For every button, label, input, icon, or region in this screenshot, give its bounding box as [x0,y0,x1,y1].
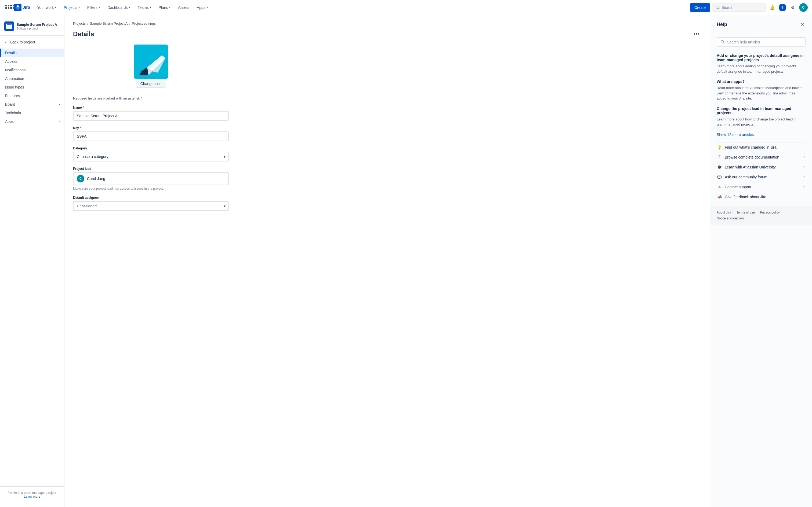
change-icon-button[interactable]: Change icon [136,80,166,88]
nav-apps[interactable]: Apps ▾ [194,4,210,11]
assignee-field-group: Default assignee Unassigned ▾ [73,196,229,211]
terms-link[interactable]: Terms of use [736,211,755,214]
notifications-icon[interactable]: 🔔 [768,3,776,12]
sidebar-item-features[interactable]: Features [0,92,64,100]
help-link-0[interactable]: 💡 Find out what's changed in Jira [717,142,806,152]
nav-plans[interactable]: Plans ▾ [156,4,173,11]
sidebar-project-name: Sample Scrum Project A [17,22,57,27]
breadcrumb-projects[interactable]: Projects [73,21,86,25]
category-field-group: Category Choose a category ▾ [73,147,229,162]
external-link-icon: ↗ [803,155,806,159]
help-link-label-2: Learn with Atlassian University [725,165,801,169]
nav-dashboards[interactable]: Dashboards ▾ [105,4,133,11]
help-links: 💡 Find out what's changed in Jira 📋 Brow… [717,142,806,202]
sidebar-item-apps[interactable]: Apps › [0,117,64,126]
sidebar-item-details[interactable]: Details [0,49,64,57]
lead-name: Carol Jang [87,176,105,181]
notice-link[interactable]: Notice at collection [717,217,744,220]
nav-your-work[interactable]: Your work ▾ [34,4,59,11]
show-more-articles[interactable]: Show 12 more articles [717,132,806,137]
bulb-icon: 💡 [717,145,722,150]
details-form: Change icon Required fields are marked w… [73,45,229,211]
sidebar-item-notifications[interactable]: Notifications [0,66,64,74]
main-content: Projects / Sample Scrum Project A / Proj… [64,15,710,507]
key-input[interactable] [73,131,229,141]
learn-more-link[interactable]: Learn more [24,495,40,498]
jira-logo[interactable]: Jira [14,4,30,11]
top-navigation: Jira Your work ▾ Projects ▾ Filters ▾ Da… [0,0,812,15]
category-select[interactable]: Choose a category [73,152,229,162]
help-article-title-1[interactable]: What are apps? [717,79,806,84]
sidebar-project-header: Sample Scrum Project A Software project [0,19,64,36]
nav-projects[interactable]: Projects ▾ [61,4,83,11]
help-link-label-4: Contact support [725,185,801,189]
help-header: Help ✕ [710,15,812,33]
key-field-group: Key * [73,126,229,141]
global-search[interactable]: Search [712,3,766,11]
help-article-title-0[interactable]: Add or change your project's default ass… [717,53,806,62]
user-avatar[interactable]: C [799,3,808,12]
svg-rect-5 [7,26,10,26]
chevron-right-icon: › [58,102,60,107]
sidebar-item-toolchain[interactable]: Toolchain [0,109,64,117]
external-link-icon: ↗ [803,185,806,188]
back-icon: ← [4,40,8,44]
lead-label: Project lead [73,167,229,171]
sidebar-project-type: Software project [17,27,57,30]
search-icon [720,40,725,44]
settings-icon[interactable]: ⚙ [789,3,797,12]
university-icon: 🎓 [717,165,722,169]
chevron-right-icon: › [58,119,60,124]
sidebar-item-automation[interactable]: Automation [0,74,64,83]
help-link-4[interactable]: ⚠ Contact support ↗ [717,182,806,192]
sidebar: Sample Scrum Project A Software project … [0,15,64,507]
create-button[interactable]: Create [690,3,710,12]
help-icon[interactable]: ? [779,4,786,11]
svg-point-8 [721,41,724,43]
more-options-button[interactable]: ••• [692,30,701,38]
help-link-3[interactable]: 💬 Ask our community forum ↗ [717,172,806,182]
external-link-icon: ↗ [803,165,806,169]
name-input[interactable] [73,111,229,121]
page-title: Details [73,30,94,38]
help-article-title-2[interactable]: Change the project lead in team-managed … [717,107,806,115]
help-panel: Help ✕ Add or change your project's defa… [710,15,812,507]
help-link-label-3: Ask our community forum [725,175,801,179]
help-link-label-1: Browse complete documentation [725,155,801,159]
assignee-label: Default assignee [73,196,229,200]
sidebar-item-board[interactable]: Board › [0,100,64,109]
about-jira-link[interactable]: About Jira [717,211,731,214]
nav-filters[interactable]: Filters ▾ [85,4,103,11]
sidebar-item-issue-types[interactable]: Issue types [0,83,64,92]
community-icon: 💬 [717,175,722,179]
project-icon-preview [134,45,168,79]
privacy-link[interactable]: Privacy policy [760,211,779,214]
lead-field[interactable]: C Carol Jang [73,172,229,185]
grid-menu-icon[interactable] [4,4,12,11]
docs-icon: 📋 [717,155,722,159]
breadcrumb-settings: Project settings [132,21,156,25]
back-to-project[interactable]: ← Back to project [0,38,64,46]
project-icon-area: Change icon [73,45,229,88]
help-article-desc-1: Read more about the Atlassian Marketplac… [717,85,806,101]
help-link-2[interactable]: 🎓 Learn with Atlassian University ↗ [717,162,806,172]
nav-teams[interactable]: Teams ▾ [135,4,154,11]
help-link-5[interactable]: 📣 Give feedback about Jira [717,192,806,202]
search-icon [716,6,719,9]
help-search-box[interactable] [717,37,806,47]
svg-rect-6 [7,27,11,27]
lead-avatar: C [77,175,84,182]
help-close-button[interactable]: ✕ [799,20,806,29]
project-icon [4,21,14,31]
assignee-select[interactable]: Unassigned [73,201,229,211]
sidebar-item-access[interactable]: Access [0,57,64,66]
name-field-group: Name * [73,106,229,121]
nav-assets[interactable]: Assets [175,4,192,11]
help-search-input[interactable] [727,40,802,44]
help-link-1[interactable]: 📋 Browse complete documentation ↗ [717,152,806,162]
breadcrumb-project[interactable]: Sample Scrum Project A [90,21,128,25]
breadcrumb: Projects / Sample Scrum Project A / Proj… [73,21,701,25]
help-link-label-0: Find out what's changed in Jira [725,145,806,150]
help-article-0: Add or change your project's default ass… [717,53,806,74]
page-layout: Sample Scrum Project A Software project … [0,15,812,507]
